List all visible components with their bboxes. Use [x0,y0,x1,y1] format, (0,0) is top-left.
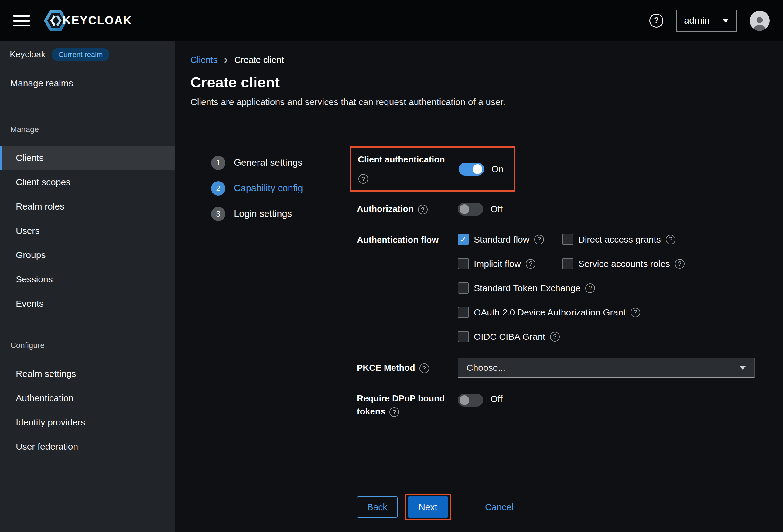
authorization-toggle[interactable] [458,203,483,216]
masthead: KEYCLOAK admin [0,0,783,41]
wizard-step-general-settings[interactable]: 1 General settings [211,150,341,176]
wizard-step-capability-config[interactable]: 2 Capability config [211,176,341,201]
sidebar-item-realm-roles[interactable]: Realm roles [0,194,175,219]
checkbox-service-accounts-roles[interactable] [562,258,573,269]
breadcrumb-separator-icon [224,54,228,65]
sidebar-item-groups[interactable]: Groups [0,243,175,267]
nav-toggle-button[interactable] [13,15,30,26]
checkbox-standard-token-exchange[interactable] [458,282,469,294]
highlight-client-authentication: Client authentication On [350,146,515,192]
authentication-flow-row: Authentication flow Standard flow Direct… [357,227,765,349]
wizard-content: 1 General settings 2 Capability config 3… [175,124,783,532]
help-icon[interactable] [649,14,663,28]
highlight-next-button: Next [405,494,451,521]
option-oauth-device-authorization-grant: OAuth 2.0 Device Authorization Grant [458,307,765,318]
user-avatar-icon [752,15,768,31]
option-standard-token-exchange: Standard Token Exchange [458,282,765,294]
authentication-flow-label: Authentication flow [357,227,458,247]
sidebar-item-identity-providers[interactable]: Identity providers [0,410,175,435]
breadcrumb-clients-link[interactable]: Clients [190,55,217,65]
help-icon[interactable] [630,308,640,317]
keycloak-logo: KEYCLOAK [44,9,132,32]
help-icon[interactable] [526,259,535,269]
sidebar-item-users[interactable]: Users [0,219,175,243]
option-direct-access-grants: Direct access grants [562,234,765,245]
authorization-row: Authorization Off [357,202,765,216]
checkbox-oidc-ciba-grant[interactable] [458,331,469,342]
pkce-method-row: PKCE Method Choose... [357,358,765,378]
option-service-accounts-roles: Service accounts roles [562,258,765,269]
nav-group-title-manage: Manage [10,125,175,134]
authentication-flow-options: Standard flow Direct access grants Impli… [458,227,765,349]
capability-config-form: Client authentication On Authorization O… [341,124,783,532]
current-realm-badge: Current realm [52,48,109,61]
client-authentication-toggle[interactable] [459,163,484,176]
cancel-button[interactable]: Cancel [485,502,513,512]
client-authentication-label: Client authentication [358,153,459,185]
chevron-down-icon [722,19,729,23]
main-content: Clients Create client Create client Clie… [175,41,783,532]
help-icon[interactable] [550,332,560,342]
user-name: admin [684,15,710,26]
dpop-row: Require DPoP bound tokens Off [357,392,765,418]
step-number: 1 [211,156,225,170]
page-subtitle: Clients are applications and services th… [190,97,766,107]
page-title: Create client [190,74,766,91]
breadcrumb: Clients Create client [190,54,766,65]
wizard-steps-nav: 1 General settings 2 Capability config 3… [175,124,341,532]
checkbox-implicit-flow[interactable] [458,258,469,269]
back-button[interactable]: Back [357,497,398,518]
authorization-state: Off [491,204,502,214]
dpop-toggle[interactable] [458,394,483,407]
wizard-step-login-settings[interactable]: 3 Login settings [211,201,341,226]
pkce-method-label: PKCE Method [357,361,458,375]
next-button[interactable]: Next [408,497,448,518]
realm-name: Keycloak [10,50,45,60]
sidebar-item-realm-settings[interactable]: Realm settings [0,362,175,386]
help-icon[interactable] [418,205,428,214]
dpop-state: Off [491,394,502,404]
client-authentication-state: On [492,164,504,174]
sidebar-item-user-federation[interactable]: User federation [0,435,175,459]
user-dropdown[interactable]: admin [676,10,737,32]
option-standard-flow: Standard flow [458,234,562,245]
step-number: 3 [211,207,225,221]
help-icon[interactable] [534,235,544,245]
realm-switcher[interactable]: Keycloak Current realm [0,41,175,68]
option-implicit-flow: Implicit flow [458,258,562,269]
page-header: Clients Create client Create client Clie… [175,41,783,124]
checkbox-standard-flow[interactable] [458,234,469,245]
sidebar-item-manage-realms[interactable]: Manage realms [0,68,175,98]
help-icon[interactable] [419,364,429,373]
brand-text: KEYCLOAK [63,14,132,27]
breadcrumb-current: Create client [234,55,284,65]
chevron-down-icon [739,366,746,370]
checkbox-oauth-device-authorization-grant[interactable] [458,307,469,318]
pkce-method-value: Choose... [467,363,505,373]
help-icon[interactable] [666,235,676,245]
pkce-method-select[interactable]: Choose... [458,358,755,378]
dpop-label: Require DPoP bound tokens [357,392,458,418]
sidebar-item-clients[interactable]: Clients [0,146,175,170]
step-number: 2 [211,181,225,195]
keycloak-admin-console: KEYCLOAK admin Keycloak Current realm Ma… [0,0,783,532]
sidebar: Keycloak Current realm Manage realms Man… [0,41,175,532]
option-oidc-ciba-grant: OIDC CIBA Grant [458,331,765,342]
help-icon[interactable] [675,259,685,269]
sidebar-item-client-scopes[interactable]: Client scopes [0,170,175,194]
help-icon[interactable] [585,283,595,293]
checkbox-direct-access-grants[interactable] [562,234,573,245]
help-icon[interactable] [389,407,399,417]
sidebar-item-authentication[interactable]: Authentication [0,386,175,410]
help-icon[interactable] [358,174,368,184]
hamburger-icon [13,15,30,17]
wizard-actions: Back Next Cancel [357,494,765,521]
authorization-label: Authorization [357,202,458,216]
nav-group-title-configure: Configure [10,341,175,350]
avatar[interactable] [750,11,770,31]
sidebar-item-events[interactable]: Events [0,291,175,316]
sidebar-item-sessions[interactable]: Sessions [0,267,175,291]
